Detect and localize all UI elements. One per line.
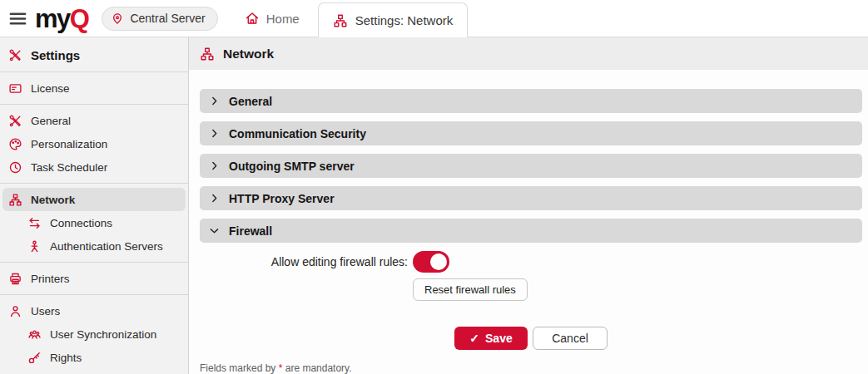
firewall-panel: Allow editing firewall rules: Reset fire… <box>200 251 862 307</box>
sidebar-item-label: Printers <box>31 273 70 285</box>
sidebar-divider <box>0 262 188 263</box>
sidebar-item-authentication-servers[interactable]: Authentication Servers <box>0 234 188 258</box>
chevron-right-icon <box>209 96 220 106</box>
sidebar-item-label: License <box>31 82 70 95</box>
accordion-label: Communication Security <box>229 127 366 140</box>
accordion-label: HTTP Proxy Server <box>229 192 335 205</box>
sidebar-item-general[interactable]: General <box>0 109 188 132</box>
sidebar-item-task-scheduler[interactable]: Task Scheduler <box>0 155 188 179</box>
save-button[interactable]: ✓ Save <box>454 327 528 350</box>
auth-person-icon <box>27 239 42 253</box>
sidebar-item-label: Connections <box>50 217 112 229</box>
central-server-button[interactable]: Central Server <box>102 7 217 31</box>
clock-icon <box>8 160 22 175</box>
license-card-icon <box>8 81 22 96</box>
tab-settings-network[interactable]: Settings: Network <box>318 2 469 37</box>
sidebar-item-label: Network <box>31 194 75 206</box>
sidebar-item-license[interactable]: License <box>0 76 188 100</box>
sidebar-divider <box>0 294 188 295</box>
allow-editing-firewall-rules-label: Allow editing firewall rules: <box>200 255 408 268</box>
sidebar-item-users[interactable]: Users <box>0 299 188 322</box>
page-title: Network <box>223 47 274 62</box>
general-tools-icon <box>8 114 22 128</box>
sitemap-network-icon <box>200 47 215 62</box>
logo-text-my: my <box>35 6 70 32</box>
accordion-label: General <box>229 95 272 108</box>
sitemap-network-icon <box>8 193 22 207</box>
hamburger-menu-icon[interactable] <box>7 7 28 29</box>
accordion-general[interactable]: General <box>200 89 862 113</box>
tab-home-label: Home <box>266 12 300 26</box>
reset-firewall-rules-row: Reset firewall rules <box>200 278 862 301</box>
sidebar-item-network[interactable]: Network <box>2 188 186 211</box>
sidebar-divider <box>0 183 188 184</box>
sitemap-network-icon <box>333 13 348 28</box>
sidebar-title: Settings <box>0 42 188 67</box>
sidebar-title-label: Settings <box>31 48 80 62</box>
mandatory-fields-note: Fields marked by * are mandatory. <box>200 362 862 374</box>
check-icon: ✓ <box>469 332 479 345</box>
accordion-communication-security[interactable]: Communication Security <box>200 121 862 145</box>
sidebar-divider <box>0 104 188 105</box>
chevron-right-icon <box>209 160 220 171</box>
sidebar-item-label: Authentication Servers <box>50 240 163 253</box>
allow-editing-firewall-rules-row: Allow editing firewall rules: <box>200 251 862 273</box>
user-icon <box>8 304 22 318</box>
accordion-http-proxy-server[interactable]: HTTP Proxy Server <box>200 186 862 210</box>
location-pin-icon <box>111 12 124 25</box>
sidebar-item-connections[interactable]: Connections <box>0 211 188 234</box>
reset-firewall-rules-button[interactable]: Reset firewall rules <box>413 278 528 301</box>
page-body: Settings License General Person <box>0 37 868 374</box>
sidebar-item-label: Personalization <box>31 138 107 150</box>
main-panel: Network General Communication Security <box>189 37 868 374</box>
central-server-label: Central Server <box>130 12 205 25</box>
settings-sidebar: Settings License General Person <box>0 37 189 374</box>
logo-text-q: Q <box>70 6 89 32</box>
toggle-knob <box>430 253 447 270</box>
allow-editing-firewall-rules-toggle[interactable] <box>413 251 449 273</box>
note-prefix: Fields marked by <box>200 362 279 374</box>
sidebar-item-label: Task Scheduler <box>31 161 107 174</box>
topbar: myQ Central Server Home Settings: Networ… <box>0 0 868 37</box>
accordion-label: Firewall <box>229 224 272 238</box>
settings-tools-icon <box>8 48 22 62</box>
swap-arrows-icon <box>27 216 42 230</box>
chevron-down-icon <box>209 225 220 236</box>
sidebar-item-label: User Synchronization <box>50 328 156 341</box>
chevron-right-icon <box>209 128 220 139</box>
key-icon <box>27 351 42 365</box>
sidebar-item-user-synchronization[interactable]: User Synchronization <box>0 322 188 346</box>
save-button-label: Save <box>485 332 513 345</box>
form-actions: ✓ Save Cancel <box>200 327 862 350</box>
page-title-bar: Network <box>189 37 868 70</box>
cancel-button[interactable]: Cancel <box>533 327 608 350</box>
sidebar-item-label: Rights <box>50 352 82 364</box>
home-icon <box>245 11 260 26</box>
user-group-icon <box>27 327 42 342</box>
chevron-right-icon <box>209 193 220 204</box>
sidebar-item-label: Users <box>31 305 60 317</box>
note-suffix: are mandatory. <box>282 362 351 374</box>
settings-content: General Communication Security Outgoing … <box>189 70 868 374</box>
palette-icon <box>8 137 22 151</box>
tab-home[interactable]: Home <box>235 0 310 37</box>
sidebar-divider <box>0 71 188 72</box>
printer-icon <box>8 272 22 286</box>
sidebar-item-label: General <box>31 115 71 127</box>
accordion-firewall[interactable]: Firewall <box>200 219 862 243</box>
accordion-outgoing-smtp-server[interactable]: Outgoing SMTP server <box>200 154 862 178</box>
sidebar-item-printers[interactable]: Printers <box>0 267 188 290</box>
myq-settings-app: myQ Central Server Home Settings: Networ… <box>0 0 868 374</box>
sidebar-item-rights[interactable]: Rights <box>0 346 188 369</box>
accordion-label: Outgoing SMTP server <box>229 160 355 173</box>
tab-settings-network-label: Settings: Network <box>355 13 454 27</box>
myq-logo: myQ <box>35 6 88 32</box>
sidebar-item-personalization[interactable]: Personalization <box>0 132 188 155</box>
